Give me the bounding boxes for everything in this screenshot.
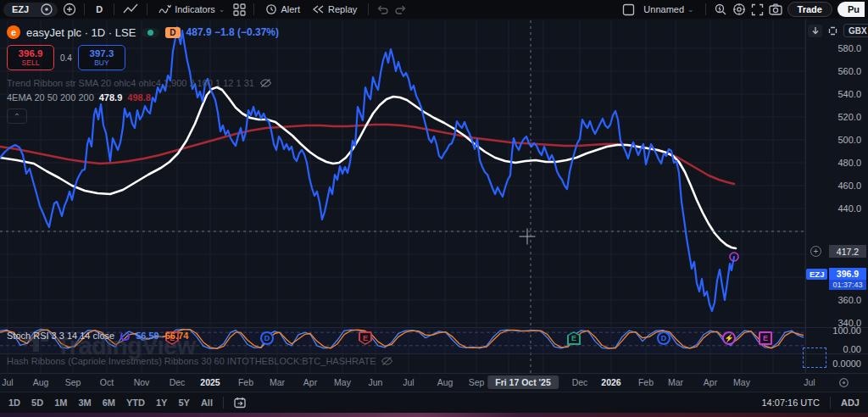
time-tick: Apr <box>704 377 717 387</box>
symbol-eye-icon[interactable] <box>41 3 53 15</box>
adjust-toggle[interactable]: ADJ <box>841 398 860 408</box>
event-badge-e[interactable]: E <box>567 331 581 345</box>
time-tick: Feb <box>238 377 253 387</box>
time-tick: Aug <box>33 377 49 387</box>
time-tick: 2025 <box>200 377 220 387</box>
range-1d[interactable]: 1D <box>8 398 20 408</box>
price-change: −1.8 (−0.37%) <box>214 26 279 38</box>
divider <box>830 397 831 409</box>
event-badge-⚡[interactable]: ⚡ <box>722 331 736 345</box>
screenshot-camera-icon[interactable] <box>769 3 782 15</box>
crosshair-cursor <box>520 229 536 245</box>
easyjet-logo: e <box>7 25 20 39</box>
top-toolbar: EZJ D Indicators ⌄ <box>0 0 868 19</box>
stoch-k-value: 56.59 <box>136 331 159 341</box>
symbol-title[interactable]: easyJet plc · 1D · LSE <box>26 26 136 39</box>
range-5d[interactable]: 5D <box>31 398 43 408</box>
legend-collapse-button[interactable]: ⌃ <box>7 108 27 124</box>
pane-separator[interactable] <box>0 327 868 328</box>
stoch-axis-selection[interactable] <box>803 348 826 368</box>
layout-name-button[interactable]: Unnamed ⌄ <box>640 2 697 17</box>
range-6m[interactable]: 6M <box>103 398 115 408</box>
event-badge-d[interactable]: D <box>657 331 670 345</box>
price-tick: 460.0 <box>837 181 861 191</box>
symbol-search[interactable]: EZJ <box>3 3 58 17</box>
time-tick: Apr <box>303 377 317 387</box>
event-badge-d[interactable]: D <box>260 331 274 345</box>
save-layout-icon[interactable] <box>622 3 635 16</box>
eye-hidden-icon[interactable] <box>381 356 393 366</box>
time-tick: Jul <box>2 377 13 387</box>
symbol-text: EZJ <box>12 4 29 14</box>
layout-grid-icon[interactable] <box>233 3 246 16</box>
time-tick: May <box>334 377 351 387</box>
ema-label[interactable]: 4EMA 20 50 200 200 <box>7 92 94 103</box>
axis-tools: GBX ⌄ <box>808 24 868 37</box>
go-to-date-icon[interactable] <box>234 397 247 409</box>
divider <box>114 3 114 15</box>
interval-badge[interactable]: D <box>165 27 180 38</box>
eye-hidden-icon[interactable] <box>259 78 272 88</box>
currency-select[interactable]: GBX ⌄ <box>843 24 868 37</box>
range-1m[interactable]: 1M <box>54 398 67 408</box>
price-tick: 540.0 <box>837 89 861 99</box>
divider <box>253 3 254 15</box>
time-tick: Dec <box>572 377 588 387</box>
time-tick: Mar <box>270 377 285 387</box>
buy-button[interactable]: 397.3BUY <box>78 45 125 70</box>
indicators-button[interactable]: Indicators ⌄ <box>155 2 228 17</box>
range-ytd[interactable]: YTD <box>126 398 145 408</box>
undo-icon[interactable] <box>376 4 389 15</box>
axis-add-alert-icon[interactable]: + <box>810 246 821 257</box>
redo-icon[interactable] <box>394 4 407 15</box>
fullscreen-icon[interactable] <box>751 3 764 16</box>
time-tick: May <box>733 377 750 387</box>
price-tick: 520.0 <box>837 112 861 122</box>
chart-region[interactable]: TradingView e easyJet plc · 1D · LSE D 4… <box>0 19 868 373</box>
axis-settings-gear-icon[interactable] <box>838 377 849 388</box>
price-tick: 360.0 <box>837 295 861 305</box>
chevron-down-icon: ⌄ <box>687 5 694 14</box>
time-tick: Sep <box>469 377 485 387</box>
price-tick: 500.0 <box>837 135 861 145</box>
stoch-rsi-legend[interactable]: Stoch RSI 3 3 14 14 close 56.59 66.74 <box>7 331 188 341</box>
time-axis[interactable]: JulAugSepOctNovDec2025FebMarAprMayJunJul… <box>0 373 868 392</box>
stoch-d-value: 66.74 <box>165 331 189 341</box>
market-status-badge[interactable] <box>142 28 159 37</box>
settings-gear-icon[interactable] <box>732 3 746 16</box>
range-5y[interactable]: 5Y <box>178 398 189 408</box>
hash-ribbons-legend[interactable]: Hash Ribbons (Capriole Investments) Ribb… <box>7 356 393 366</box>
ema-value-red: 498.8 <box>127 92 151 103</box>
replay-button[interactable]: Replay <box>309 2 360 17</box>
hash-ribbons-label[interactable]: Hash Ribbons (Capriole Investments) Ribb… <box>7 356 376 366</box>
alert-button[interactable]: Alert <box>262 2 303 17</box>
publish-button[interactable]: Pu <box>837 2 865 17</box>
range-3m[interactable]: 3M <box>78 398 91 408</box>
ema-value-white: 478.9 <box>99 92 123 103</box>
range-all[interactable]: All <box>201 398 213 408</box>
time-tick: Jul <box>403 377 414 387</box>
price-tick: 440.0 <box>837 203 861 214</box>
quick-search-icon[interactable] <box>714 3 727 16</box>
time-tick: Oct <box>100 377 114 387</box>
price-axis[interactable]: 580.0560.0540.0520.0500.0480.0460.0440.0… <box>805 19 868 373</box>
stoch-rsi-label[interactable]: Stoch RSI 3 3 14 14 close <box>7 331 114 341</box>
tradingview-app: EZJ D Indicators ⌄ <box>0 0 868 417</box>
time-tick: Sep <box>65 377 81 387</box>
event-badge-e[interactable]: E <box>359 331 372 345</box>
trade-button[interactable]: Trade <box>787 2 832 17</box>
time-tick: Mar <box>668 377 683 387</box>
divider <box>223 397 224 409</box>
restore-view-icon[interactable] <box>826 25 840 37</box>
scroll-to-recent-icon[interactable] <box>808 25 822 37</box>
bar-countdown: 01:37:43 <box>829 280 866 290</box>
compare-add-icon[interactable] <box>63 3 76 16</box>
sell-button[interactable]: 396.9SELL <box>7 45 54 70</box>
trend-ribbon-label[interactable]: Trend Ribbon str SMA 20 ohlc4 ohlc4 1,90… <box>7 78 254 88</box>
clock-utc[interactable]: 14:07:16 UTC <box>762 398 820 408</box>
range-1y[interactable]: 1Y <box>156 398 167 408</box>
interval-button[interactable]: D <box>92 2 106 17</box>
event-badge-e[interactable]: E <box>759 331 772 345</box>
replay-rewind-icon <box>312 4 325 14</box>
chart-style-icon[interactable] <box>122 3 139 16</box>
